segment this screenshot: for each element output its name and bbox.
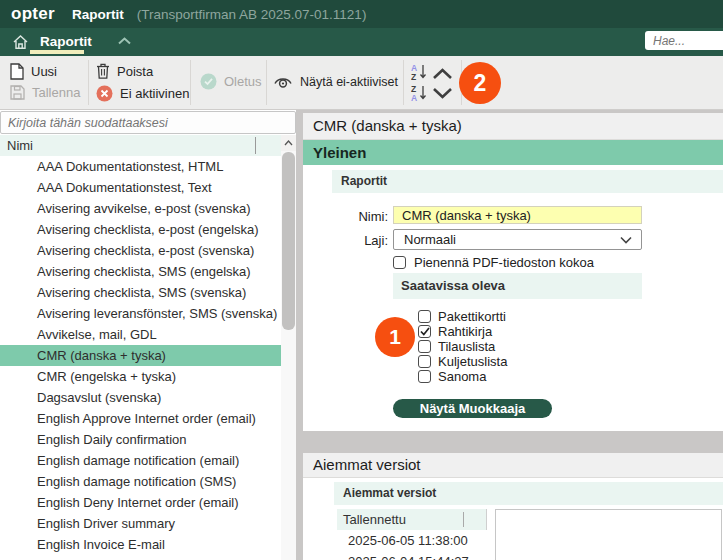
name-label: Nimi:	[340, 209, 388, 224]
list-item[interactable]: English Approve Internet order (email)	[0, 408, 281, 429]
report-type-row[interactable]: Kuljetuslista	[418, 354, 507, 369]
list-item-selected[interactable]: CMR (danska + tyska)	[0, 345, 281, 366]
checkbox-unchecked[interactable]	[418, 340, 431, 353]
select-chevron-icon	[620, 236, 632, 244]
list-item[interactable]: Avisering checklista, e-post (engelska)	[0, 219, 281, 240]
home-icon[interactable]	[12, 34, 29, 50]
new-button[interactable]: Uusi	[10, 63, 57, 80]
column-divider[interactable]	[255, 137, 256, 154]
sort-za-icon: ZA	[411, 84, 427, 102]
toolbar: Uusi Tallenna Poista Ei aktiivinen Oletu…	[0, 56, 723, 110]
versions-table: Tallennettu 2025-06-05 11:38:002025-06-0…	[337, 509, 487, 560]
type-select[interactable]: Normaali	[393, 229, 642, 250]
svg-text:Z: Z	[411, 72, 416, 81]
list-item[interactable]: English Invoice E-mail	[0, 534, 281, 555]
detail-section: CMR (danska + tyska) Yleinen Raportit Ni…	[303, 113, 723, 431]
navbar: Raportit	[0, 28, 723, 56]
step-badge-1: 1	[375, 317, 415, 357]
report-type-row[interactable]: Tilauslista	[418, 339, 507, 354]
default-label: Oletus	[224, 74, 262, 89]
checkbox-unchecked[interactable]	[418, 355, 431, 368]
report-list: AAA Dokumentationstest, HTMLAAA Dokument…	[0, 156, 281, 555]
versions-table-edge	[486, 509, 487, 530]
version-row[interactable]: 2025-06-05 11:38:00	[337, 530, 487, 551]
window-subtitle: (Transportfirman AB 2025.07-01.1121)	[137, 7, 367, 22]
type-select-value: Normaali	[404, 232, 456, 247]
toolbar-separator	[266, 60, 267, 105]
checkbox-checked[interactable]	[418, 325, 431, 338]
eye-icon	[273, 74, 293, 89]
inactive-button[interactable]: Ei aktiivinen	[96, 85, 189, 102]
list-item[interactable]: English damage notification (email)	[0, 450, 281, 471]
versions-column-header[interactable]: Tallennettu	[337, 509, 487, 530]
list-item[interactable]: Avvikelse, mail, GDL	[0, 324, 281, 345]
versions-title: Aiemmat versiot	[303, 453, 723, 478]
toolbar-separator	[88, 60, 89, 105]
window-title: Raportit	[72, 7, 124, 22]
list-item[interactable]: AAA Dokumentationstest, HTML	[0, 156, 281, 177]
list-item[interactable]: Dagsavslut (svenska)	[0, 387, 281, 408]
move-up-button[interactable]	[432, 67, 453, 80]
filter-input[interactable]	[0, 111, 296, 134]
versions-section: Aiemmat versiot Aiemmat versiot Tallenne…	[303, 453, 723, 560]
titlebar: opter Raportit (Transportfirman AB 2025.…	[0, 0, 723, 28]
list-item[interactable]: Avisering leveransfönster, SMS (svenska)	[0, 303, 281, 324]
delete-label: Poista	[117, 64, 153, 79]
move-down-button[interactable]	[432, 87, 453, 100]
report-type-row[interactable]: Rahtikirja	[418, 324, 507, 339]
scrollbar-thumb[interactable]	[282, 152, 295, 330]
list-item[interactable]: AAA Dokumentationstest, Text	[0, 177, 281, 198]
report-type-label: Sanoma	[438, 369, 486, 384]
list-item[interactable]: CMR (engelska + tyska)	[0, 366, 281, 387]
list-item[interactable]: English Deny Internet order (email)	[0, 492, 281, 513]
detail-title: CMR (danska + tyska)	[303, 113, 723, 140]
default-button[interactable]: Oletus	[200, 73, 262, 90]
collapse-chevron-icon[interactable]	[118, 37, 131, 45]
tab-active-underline	[30, 50, 84, 54]
scrollbar-up-arrow[interactable]	[281, 135, 296, 151]
version-row[interactable]: 2025-06-04 15:44:27	[337, 551, 487, 560]
show-inactive-button[interactable]: Näytä ei-aktiiviset	[273, 74, 398, 89]
list-item[interactable]: English Daily confirmation	[0, 429, 281, 450]
versions-group-header: Aiemmat versiot	[334, 482, 723, 505]
versions-column-divider	[463, 512, 464, 527]
delete-button[interactable]: Poista	[96, 63, 153, 79]
list-item[interactable]: Avisering checklista, SMS (engelska)	[0, 261, 281, 282]
list-item[interactable]: English Driver summary	[0, 513, 281, 534]
show-inactive-label: Näytä ei-aktiiviset	[300, 75, 398, 89]
show-editor-button[interactable]: Näytä Muokkaaja	[393, 399, 552, 418]
toolbar-separator	[403, 60, 404, 105]
list-column-header[interactable]: Nimi	[0, 135, 281, 156]
pdf-size-checkbox[interactable]	[393, 256, 406, 269]
save-button[interactable]: Tallenna	[10, 85, 80, 100]
list-item[interactable]: Avisering checklista, e-post (svenska)	[0, 240, 281, 261]
checkbox-unchecked[interactable]	[418, 310, 431, 323]
sort-descending-button[interactable]: ZA	[411, 84, 427, 102]
report-type-row[interactable]: Sanoma	[418, 369, 507, 384]
report-type-row[interactable]: Pakettikortti	[418, 309, 507, 324]
svg-text:A: A	[411, 93, 417, 102]
report-list-panel: Nimi AAA Dokumentationstest, HTMLAAA Dok…	[0, 110, 296, 560]
sort-az-icon: AZ	[411, 63, 427, 81]
new-document-icon	[10, 63, 24, 80]
step-badge-2: 2	[459, 62, 501, 104]
checkbox-unchecked[interactable]	[418, 370, 431, 383]
report-type-list: PakettikorttiRahtikirjaTilauslistaKuljet…	[418, 309, 507, 384]
report-type-label: Rahtikirja	[438, 324, 492, 339]
name-input[interactable]	[393, 206, 642, 224]
search-input[interactable]	[645, 31, 723, 50]
list-scrollbar[interactable]	[281, 135, 296, 560]
pdf-size-checkbox-row[interactable]: Pienennä PDF-tiedoston kokoa	[393, 255, 594, 270]
tab-raportit[interactable]: Raportit	[40, 34, 92, 49]
report-type-label: Pakettikortti	[438, 309, 506, 324]
list-item[interactable]: Avisering checklista, SMS (svenska)	[0, 282, 281, 303]
section-header-yleinen[interactable]: Yleinen	[303, 140, 723, 165]
inactive-label: Ei aktiivinen	[120, 86, 189, 101]
versions-column-header-label: Tallennettu	[343, 512, 406, 527]
list-item[interactable]: English damage notification (SMS)	[0, 471, 281, 492]
default-check-icon	[200, 73, 217, 90]
report-type-label: Tilauslista	[438, 339, 495, 354]
sort-ascending-button[interactable]: AZ	[411, 63, 427, 81]
list-item[interactable]: Avisering avvikelse, e-post (svenska)	[0, 198, 281, 219]
inactive-circle-x-icon	[96, 85, 113, 102]
